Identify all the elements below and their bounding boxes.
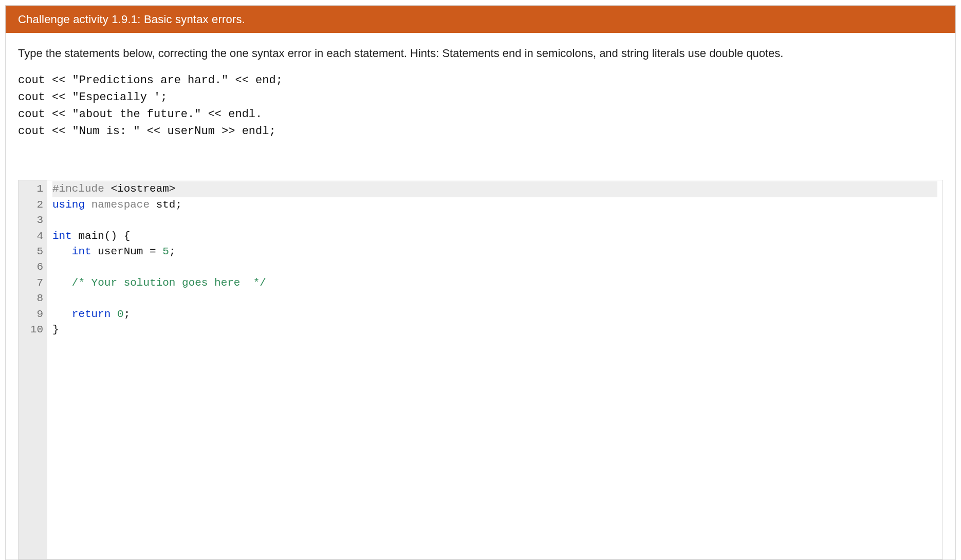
challenge-card: Challenge activity 1.9.1: Basic syntax e… xyxy=(5,5,956,560)
sample-code: cout << "Predictions are hard." << end; … xyxy=(18,72,943,140)
code-line[interactable] xyxy=(52,213,937,228)
line-number: 9 xyxy=(26,307,43,322)
banner-title: Basic syntax errors. xyxy=(144,13,245,26)
code-line[interactable] xyxy=(52,259,937,275)
line-number: 7 xyxy=(26,275,43,291)
line-number: 8 xyxy=(26,291,43,306)
code-line[interactable] xyxy=(52,291,937,306)
code-line[interactable]: int main() { xyxy=(52,229,937,244)
line-number: 10 xyxy=(26,322,43,338)
line-number-gutter: 12345678910 xyxy=(19,180,47,559)
line-number: 2 xyxy=(26,197,43,213)
banner-number: 1.9.1: xyxy=(112,13,140,26)
line-number: 4 xyxy=(26,229,43,244)
code-line[interactable]: int userNum = 5; xyxy=(52,244,937,259)
instructions: Type the statements below, correcting th… xyxy=(18,45,943,62)
code-area[interactable]: #include <iostream>using namespace std;i… xyxy=(47,180,942,559)
line-number: 3 xyxy=(26,213,43,228)
code-line[interactable]: /* Your solution goes here */ xyxy=(52,275,937,291)
challenge-banner: Challenge activity 1.9.1: Basic syntax e… xyxy=(6,6,955,33)
banner-label: Challenge activity xyxy=(18,13,108,26)
code-line[interactable]: return 0; xyxy=(52,307,937,322)
code-line[interactable]: using namespace std; xyxy=(52,197,937,213)
line-number: 1 xyxy=(26,181,43,197)
code-line[interactable]: #include <iostream> xyxy=(52,181,937,197)
line-number: 6 xyxy=(26,259,43,275)
line-number: 5 xyxy=(26,244,43,259)
code-editor[interactable]: 12345678910 #include <iostream>using nam… xyxy=(18,180,943,559)
code-line[interactable]: } xyxy=(52,322,937,338)
